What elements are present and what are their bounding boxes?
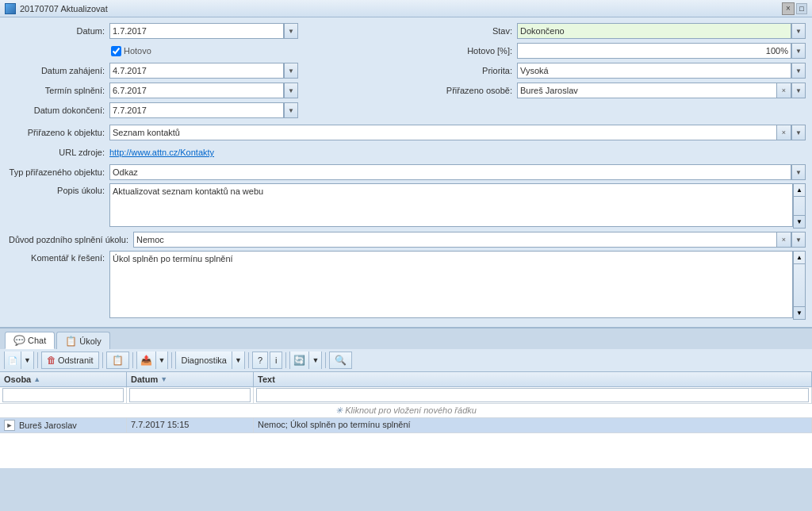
tab-chat[interactable]: 💬 Chat xyxy=(5,332,55,349)
new-main-btn[interactable]: 📄 xyxy=(5,352,21,369)
datum-zahajeni-input[interactable] xyxy=(109,63,284,79)
export-dropdown-btn[interactable]: ▼ xyxy=(156,352,168,369)
row-komentar: Komentář k řešení: Úkol splněn po termín… xyxy=(6,251,806,320)
filter-text xyxy=(254,387,812,403)
prirazeno-osobe-input[interactable] xyxy=(517,83,777,98)
hotovo-percent-wrapper: ▼ xyxy=(517,43,806,59)
komentar-label: Komentář k řešení: xyxy=(6,251,109,320)
datum-sort-icon[interactable]: ▼ xyxy=(160,375,167,383)
row-termin-osoba: Termín splnění: ▼ Přiřazeno osobě: × ▼ xyxy=(6,82,806,99)
termin-label: Termín splnění: xyxy=(6,86,109,95)
sep4 xyxy=(171,352,172,368)
datum-input[interactable] xyxy=(109,23,284,39)
prirazeno-objektu-input[interactable] xyxy=(109,125,777,140)
ukoly-tab-label: Úkoly xyxy=(79,336,102,346)
filter-datum xyxy=(127,387,254,403)
prirazeno-osobe-clear-btn[interactable]: × xyxy=(777,83,791,98)
hotovo-percent-dropdown-btn[interactable]: ▼ xyxy=(791,43,806,59)
duvod-clear-btn[interactable]: × xyxy=(777,232,791,248)
row-prirazeno-objektu: Přiřazeno k objektu: × ▼ xyxy=(6,124,806,141)
add-row-icon: ✳ xyxy=(335,405,343,415)
hotovo-label: Hotovo xyxy=(124,46,151,56)
termin-input[interactable] xyxy=(109,83,284,98)
window-title: 20170707 Aktualizovat xyxy=(20,4,782,13)
info-btn[interactable]: i xyxy=(270,352,282,369)
duvod-input[interactable] xyxy=(133,232,777,248)
chat-tab-icon: 💬 xyxy=(13,335,25,346)
datum-col-label: Datum xyxy=(131,375,158,384)
td-datum-value: 7.7.2017 15:15 xyxy=(131,420,189,429)
refresh-group: 🔄 ▼ xyxy=(289,352,322,369)
help-btn[interactable]: ? xyxy=(252,352,268,369)
komentar-scroll-down[interactable]: ▼ xyxy=(794,306,805,319)
stav-input[interactable] xyxy=(517,23,791,39)
prirazeno-osobe-dropdown[interactable]: ▼ xyxy=(791,83,806,98)
row-expand-btn[interactable]: ► xyxy=(4,420,15,431)
new-dropdown-btn[interactable]: ▼ xyxy=(21,352,33,369)
remove-btn[interactable]: 🗑 Odstranit xyxy=(41,352,99,369)
table-row[interactable]: ► Bureš Jaroslav 7.7.2017 15:15 Nemoc; Ú… xyxy=(0,418,812,433)
td-text: Nemoc; Úkol splněn po termínu splnění xyxy=(254,418,812,432)
td-osoba-value: Bureš Jaroslav xyxy=(19,421,77,430)
sep5 xyxy=(248,352,249,368)
datum-dokonceni-dropdown[interactable]: ▼ xyxy=(284,102,298,118)
search-btn[interactable]: 🔍 xyxy=(329,352,352,369)
filter-osoba-input[interactable] xyxy=(2,388,124,402)
table-filter-row xyxy=(0,387,812,404)
prirazeno-objektu-wrapper: × ▼ xyxy=(109,125,806,140)
typ-dropdown[interactable]: ▼ xyxy=(791,164,806,180)
sep1 xyxy=(37,352,38,368)
diagnostika-btn[interactable]: Diagnostika xyxy=(176,352,231,369)
datum-zahajeni-dropdown[interactable]: ▼ xyxy=(284,63,298,79)
filter-text-input[interactable] xyxy=(256,388,809,402)
popis-scroll-up[interactable]: ▲ xyxy=(794,184,805,197)
bottom-section: 📄 ▼ 🗑 Odstranit 📋 📤 ▼ xyxy=(0,349,812,468)
komentar-scroll-up[interactable]: ▲ xyxy=(794,252,805,264)
add-row-wrapper: ✳ Kliknout pro vložení nového řádku xyxy=(0,404,812,418)
sep3 xyxy=(132,352,133,368)
typ-wrapper: ▼ xyxy=(109,164,806,180)
new-btn-group: 📄 ▼ xyxy=(4,352,34,369)
sep6 xyxy=(285,352,286,368)
add-row-cell[interactable]: ✳ Kliknout pro vložení nového řádku xyxy=(0,404,812,417)
hotovo-checkbox[interactable] xyxy=(111,46,121,56)
close-button[interactable]: × xyxy=(782,2,795,15)
duvod-dropdown[interactable]: ▼ xyxy=(791,232,806,248)
tab-ukoly[interactable]: 📋 Úkoly xyxy=(56,332,110,349)
priorita-dropdown[interactable]: ▼ xyxy=(791,63,806,79)
stav-dropdown-btn[interactable]: ▼ xyxy=(791,23,806,39)
td-text-value: Nemoc; Úkol splněn po termínu splnění xyxy=(258,420,411,429)
copy-btn[interactable]: 📋 xyxy=(106,352,129,369)
add-row-text[interactable]: Kliknout pro vložení nového řádku xyxy=(345,405,477,415)
refresh-dropdown-btn[interactable]: ▼ xyxy=(309,352,321,369)
datum-zahajeni-label: Datum zahájení: xyxy=(6,66,109,75)
datum-dokonceni-label: Datum dokončení: xyxy=(6,106,109,115)
export-main-btn[interactable]: 📤 xyxy=(137,352,155,369)
row-datum-stav: Datum: ▼ Stav: ▼ xyxy=(6,22,806,40)
prirazeno-osobe-label: Přiřazeno osobě: xyxy=(414,86,517,95)
url-link[interactable]: http://www.attn.cz/Kontakty xyxy=(109,148,214,157)
row-hotovo: Hotovo Hotovo [%]: ▼ xyxy=(6,42,806,60)
komentar-textarea[interactable]: Úkol splněn po termínu splnění xyxy=(109,251,793,318)
refresh-btn[interactable]: 🔄 xyxy=(290,352,308,369)
datum-dokonceni-input[interactable] xyxy=(109,102,284,118)
osoba-sort-icon[interactable]: ▲ xyxy=(33,375,40,383)
priorita-input[interactable] xyxy=(517,63,791,79)
filter-datum-input[interactable] xyxy=(129,388,251,402)
typ-label: Typ přiřazeného objektu: xyxy=(6,167,109,177)
th-text: Text xyxy=(254,372,812,386)
termin-dropdown[interactable]: ▼ xyxy=(284,83,298,98)
popis-scroll-down[interactable]: ▼ xyxy=(794,215,805,228)
url-label: URL zdroje: xyxy=(6,148,109,157)
prirazeno-objektu-clear-btn[interactable]: × xyxy=(777,125,791,140)
prirazeno-objektu-dropdown[interactable]: ▼ xyxy=(791,125,806,140)
komentar-scroll-track xyxy=(794,264,805,306)
popis-textarea[interactable]: Aktualizovat seznam kontaktů na webu xyxy=(109,183,793,227)
refresh-icon: 🔄 xyxy=(293,355,305,366)
diagnostika-dropdown-btn[interactable]: ▼ xyxy=(232,352,244,369)
restore-button[interactable]: □ xyxy=(796,3,807,14)
datum-dropdown-btn[interactable]: ▼ xyxy=(284,23,298,39)
osoba-col-label: Osoba xyxy=(4,375,31,384)
hotovo-percent-input[interactable] xyxy=(517,43,791,59)
typ-input[interactable] xyxy=(109,164,791,180)
